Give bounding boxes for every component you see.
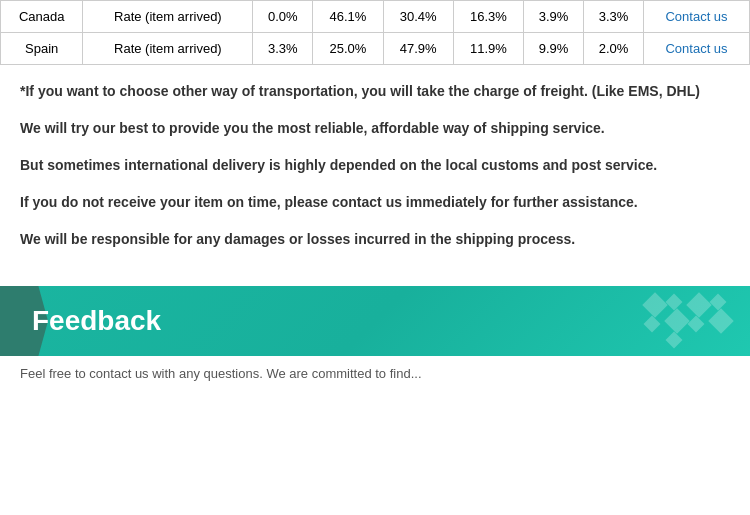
diamond-shape [708,308,733,333]
table-row: Canada Rate (item arrived) 0.0% 46.1% 30… [1,1,750,33]
rate-label-cell: Rate (item arrived) [83,33,253,65]
diamond-shape [642,292,667,317]
shipping-rates-table: Canada Rate (item arrived) 0.0% 46.1% 30… [0,0,750,65]
info-section: *If you want to choose other way of tran… [0,65,750,286]
rate-col4: 16.3% [453,1,523,33]
country-cell: Spain [1,33,83,65]
info-para-2: We will try our best to provide you the … [20,118,730,139]
feedback-banner: Feedback [0,286,750,356]
rate-col3: 47.9% [383,33,453,65]
info-para-4: If you do not receive your item on time,… [20,192,730,213]
rate-col5: 3.9% [524,1,584,33]
table-row: Spain Rate (item arrived) 3.3% 25.0% 47.… [1,33,750,65]
rate-col3: 30.4% [383,1,453,33]
rate-col2: 25.0% [313,33,383,65]
rate-col1: 3.3% [253,33,313,65]
diamond-shape [686,292,711,317]
diamond-shape [666,294,683,311]
shipping-table-container: Canada Rate (item arrived) 0.0% 46.1% 30… [0,0,750,65]
rate-col1: 0.0% [253,1,313,33]
bottom-text: Feel free to contact us with any questio… [0,356,750,391]
diamond-shape [666,332,683,349]
info-para-1: *If you want to choose other way of tran… [20,81,730,102]
info-para-5: We will be responsible for any damages o… [20,229,730,250]
country-cell: Canada [1,1,83,33]
diamond-shape [688,316,705,333]
rate-col5: 9.9% [524,33,584,65]
contact-us-link[interactable]: Contact us [644,33,750,65]
rate-col6: 2.0% [584,33,644,65]
feedback-label: Feedback [32,305,161,337]
rate-col6: 3.3% [584,1,644,33]
diamond-decoration [646,296,730,346]
rate-label-cell: Rate (item arrived) [83,1,253,33]
diamond-shape [644,316,661,333]
contact-us-link[interactable]: Contact us [644,1,750,33]
rate-col2: 46.1% [313,1,383,33]
rate-col4: 11.9% [453,33,523,65]
diamond-shape [664,308,689,333]
diamond-shape [710,294,727,311]
info-para-3: But sometimes international delivery is … [20,155,730,176]
